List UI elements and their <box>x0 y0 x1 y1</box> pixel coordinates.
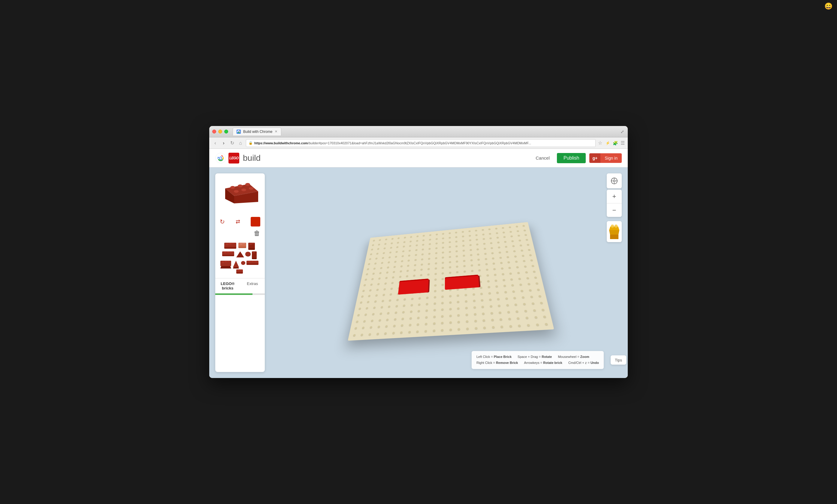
stud-dot <box>431 282 439 288</box>
stud-dot <box>438 313 446 320</box>
brick-item-3[interactable] <box>248 243 256 250</box>
brick-item-1[interactable] <box>224 243 237 249</box>
logo-area: LEGO build <box>215 153 261 164</box>
stud-dot <box>510 294 519 301</box>
home-button[interactable]: ⌂ <box>237 140 244 146</box>
brick-item-8[interactable] <box>220 261 231 268</box>
main-content: ↻ ⇄ 🗑 <box>209 167 628 378</box>
brick-item-6[interactable] <box>245 251 251 257</box>
brick-item-9[interactable] <box>232 261 240 268</box>
canvas-area[interactable]: + − <box>265 167 628 378</box>
stud-dot <box>518 247 526 253</box>
stud-dot <box>389 329 397 337</box>
gplus-signin-button[interactable]: g+ Sign in <box>589 153 622 163</box>
stud-dot <box>532 280 541 287</box>
stud-dot <box>446 270 453 276</box>
minimize-button[interactable] <box>218 130 222 133</box>
brick-item-12[interactable] <box>236 269 244 274</box>
signin-label[interactable]: Sign in <box>601 153 622 163</box>
browser-tab[interactable]: Build with Chrome ✕ <box>233 128 281 136</box>
stud-dot <box>470 297 478 304</box>
stud-dot <box>516 281 526 288</box>
stud-dot <box>373 286 381 293</box>
brick-item-2[interactable] <box>238 243 247 249</box>
stud-dot <box>487 309 496 317</box>
tab-lego-bricks[interactable]: LEGO® bricks <box>215 278 240 293</box>
stud-dot <box>404 262 412 268</box>
stud-dot <box>490 266 499 272</box>
refresh-button[interactable]: ↻ <box>229 140 235 146</box>
brick-item-10[interactable] <box>241 261 246 265</box>
extensions-area: ⚡ 🧩 <box>605 140 618 146</box>
svg-marker-40 <box>236 251 244 257</box>
stud-dot <box>453 258 461 264</box>
stud-dot <box>374 323 383 331</box>
tip-left-click: Left Click = Place Brick <box>477 354 512 360</box>
close-tab-icon[interactable]: ✕ <box>275 130 278 133</box>
stud-dot <box>431 294 439 300</box>
stud-dot <box>439 293 446 300</box>
stud-dot <box>501 288 510 296</box>
stud-dot <box>430 313 438 320</box>
placed-brick-left[interactable] <box>398 280 428 295</box>
brick-item-4[interactable] <box>222 251 235 257</box>
progress-bar <box>215 293 252 295</box>
stud-dot <box>513 315 523 322</box>
stud-dot <box>453 253 461 259</box>
stud-dot <box>536 299 546 306</box>
close-button[interactable] <box>212 130 216 133</box>
zoom-out-button[interactable]: − <box>607 203 622 217</box>
stud-dot <box>446 293 454 300</box>
stud-dot <box>530 268 539 275</box>
cancel-button[interactable]: Cancel <box>532 154 553 162</box>
back-button[interactable]: ‹ <box>212 140 218 146</box>
baseplate[interactable] <box>348 222 554 341</box>
tab-extras[interactable]: Extras <box>240 278 265 293</box>
brick-item-7[interactable] <box>252 251 258 260</box>
window-resize-icon[interactable]: ⤢ <box>620 129 625 134</box>
extension-icon-1[interactable]: ⚡ <box>605 140 611 146</box>
stud-dot <box>385 303 393 310</box>
stud-dot <box>506 270 515 277</box>
stud-dot <box>371 298 379 305</box>
stud-dot <box>525 247 533 253</box>
stud-dot <box>421 327 430 335</box>
swap-icon[interactable]: ⇄ <box>236 219 240 225</box>
stud-dot <box>488 250 496 256</box>
brick-item-11[interactable] <box>247 261 260 265</box>
tab-bar: Build with Chrome ✕ <box>233 128 620 136</box>
tips-button[interactable]: Tips <box>611 355 626 365</box>
url-bar[interactable]: 🔒 https://www.buildwithchrome.com/builde… <box>246 139 595 147</box>
stud-dot <box>467 252 475 258</box>
brick-item-5[interactable] <box>236 251 244 257</box>
chrome-menu-icon[interactable]: ☰ <box>621 140 625 146</box>
bookmark-star-icon[interactable]: ☆ <box>598 140 602 146</box>
stud-dot <box>462 298 470 305</box>
lego-3d-icon <box>608 224 620 239</box>
stud-dot <box>430 300 438 307</box>
stud-dot <box>438 306 446 313</box>
stud-dot <box>446 305 455 313</box>
stud-dot <box>390 322 398 330</box>
trash-icon[interactable]: 🗑 <box>254 229 260 237</box>
lego-brick-icon-button[interactable] <box>607 221 622 242</box>
stud-dot <box>481 251 489 257</box>
stud-dot <box>413 328 422 336</box>
stud-dot <box>411 267 418 273</box>
forward-button[interactable]: › <box>221 140 227 146</box>
publish-button[interactable]: Publish <box>557 153 586 163</box>
crosshair-button[interactable] <box>607 173 622 188</box>
stud-dot <box>423 301 431 307</box>
zoom-in-button[interactable]: + <box>607 190 622 203</box>
rotate-icon[interactable]: ↻ <box>220 218 225 225</box>
stud-dot <box>360 317 369 324</box>
stud-dot <box>531 274 540 281</box>
stud-dot <box>432 260 439 266</box>
stud-dot <box>483 266 491 273</box>
stud-dot <box>411 262 418 267</box>
color-swatch[interactable] <box>251 217 260 226</box>
stud-dot <box>482 261 491 267</box>
stud-dot <box>389 274 397 280</box>
maximize-button[interactable] <box>224 130 228 133</box>
extension-icon-2[interactable]: 🧩 <box>612 140 618 146</box>
